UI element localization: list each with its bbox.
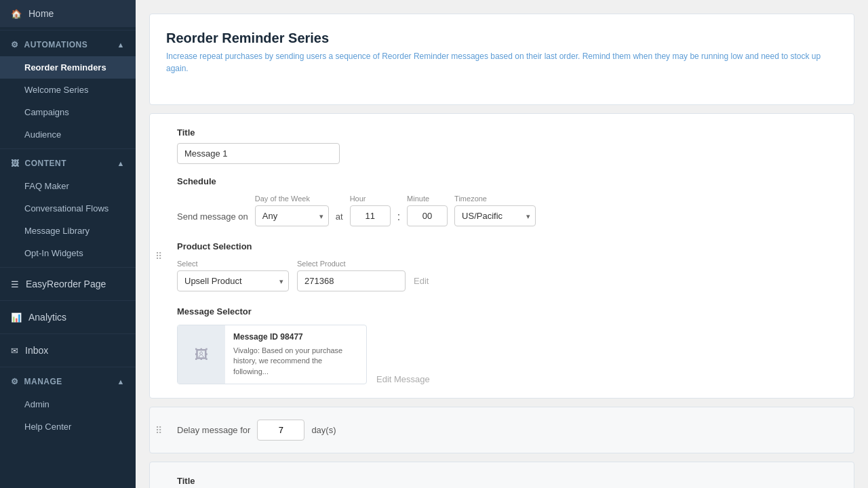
message-thumbnail: 🖼: [178, 325, 225, 384]
product-id-input[interactable]: [297, 270, 406, 291]
product-id-col: Select Product: [297, 260, 406, 291]
automations-section-label: AUTOMATIONS: [24, 40, 88, 49]
timezone-wrapper: US/Pacific US/Eastern US/Central US/Moun…: [454, 205, 536, 226]
page-title: Reorder Reminder Series: [166, 30, 837, 46]
minute-col: Minute: [407, 195, 448, 226]
sidebar-item-inbox[interactable]: ✉ Inbox: [0, 337, 136, 364]
sidebar-item-opt-in-widgets[interactable]: Opt-In Widgets: [0, 242, 136, 264]
message-block: ⠿ Title Schedule Send message on Day of …: [149, 113, 854, 399]
colon-separator: :: [397, 199, 400, 223]
second-title-inner: Title: [177, 476, 837, 488]
sidebar-section-manage[interactable]: ⚙ MANAGE ▲: [0, 370, 136, 393]
delay-block: ⠿ Delay message for day(s): [149, 407, 854, 453]
title-field-label: Title: [177, 127, 837, 138]
days-label: day(s): [311, 425, 336, 435]
sidebar-home-label: Home: [28, 8, 54, 19]
sidebar-easyreorder-label: EasyReorder Page: [26, 279, 106, 289]
manage-icon: ⚙: [11, 377, 19, 386]
hour-label: Hour: [350, 195, 391, 203]
main-content: Reorder Reminder Series Increase repeat …: [136, 0, 868, 488]
send-on-label: Send message on: [177, 199, 248, 222]
sidebar-item-message-library[interactable]: Message Library: [0, 220, 136, 242]
select-col: Select Upsell Product Last Ordered Produ…: [177, 260, 289, 291]
sidebar-item-help-center[interactable]: Help Center: [0, 415, 136, 438]
sidebar-analytics-label: Analytics: [28, 312, 66, 323]
message-card[interactable]: 🖼 Message ID 98477 Vivalgo: Based on you…: [177, 325, 367, 384]
message-selector-row: 🖼 Message ID 98477 Vivalgo: Based on you…: [177, 325, 837, 384]
hour-input[interactable]: [350, 205, 391, 226]
content-section-label: CONTENT: [25, 159, 67, 168]
minute-label: Minute: [407, 195, 448, 203]
timezone-select[interactable]: US/Pacific US/Eastern US/Central US/Moun…: [454, 205, 536, 226]
sidebar-item-analytics[interactable]: 📊 Analytics: [0, 304, 136, 331]
sidebar-divider-3: [0, 267, 136, 268]
inbox-icon: ✉: [11, 346, 18, 356]
message-block-inner: Title Schedule Send message on Day of th…: [177, 127, 837, 384]
manage-section-label: MANAGE: [24, 377, 62, 386]
sidebar-item-easyreorder[interactable]: ☰ EasyReorder Page: [0, 270, 136, 298]
content-chevron: ▲: [117, 159, 125, 167]
page-header-card: Reorder Reminder Series Increase repeat …: [149, 14, 854, 105]
product-type-select[interactable]: Upsell Product Last Ordered Product: [177, 270, 289, 291]
title-input[interactable]: [177, 143, 340, 164]
sidebar-divider-6: [0, 367, 136, 367]
delay-inner: Delay message for day(s): [177, 420, 336, 441]
drag-handle-message[interactable]: ⠿: [155, 251, 162, 262]
content-icon: 🖼: [11, 159, 20, 168]
select-product-label: Select Product: [297, 260, 406, 268]
delay-label: Delay message for: [177, 425, 250, 435]
at-label: at: [336, 199, 343, 222]
manage-chevron: ▲: [117, 378, 125, 386]
analytics-icon: 📊: [11, 312, 22, 323]
second-title-block: ⠿ Title: [149, 462, 854, 488]
sidebar-divider-2: [0, 148, 136, 149]
sidebar-item-campaigns[interactable]: Campaigns: [0, 101, 136, 123]
drag-handle-delay[interactable]: ⠿: [155, 425, 162, 436]
schedule-row: Send message on Day of the Week Any Mond…: [177, 195, 837, 226]
day-of-week-wrapper: Any Monday Tuesday Wednesday Thursday Fr…: [255, 205, 329, 226]
sidebar-divider-5: [0, 333, 136, 334]
second-title-label: Title: [177, 476, 837, 486]
sidebar-section-content[interactable]: 🖼 CONTENT ▲: [0, 152, 136, 175]
delay-input[interactable]: [257, 420, 304, 441]
select-label: Select: [177, 260, 289, 268]
home-icon: 🏠: [11, 9, 22, 19]
sidebar-divider-4: [0, 300, 136, 301]
sidebar-item-home[interactable]: 🏠 Home: [0, 0, 136, 27]
product-row: Select Upsell Product Last Ordered Produ…: [177, 260, 837, 291]
sidebar-item-welcome-series[interactable]: Welcome Series: [0, 79, 136, 101]
message-selector-label: Message Selector: [177, 306, 837, 317]
page-description: Increase repeat purchases by sending use…: [166, 50, 837, 75]
minute-input[interactable]: [407, 205, 448, 226]
message-preview: Vivalgo: Based on your purchase history,…: [233, 346, 358, 377]
day-of-week-col: Day of the Week Any Monday Tuesday Wedne…: [255, 195, 329, 226]
sidebar-item-faq-maker[interactable]: FAQ Maker: [0, 175, 136, 197]
sidebar-item-conversational-flows[interactable]: Conversational Flows: [0, 197, 136, 220]
edit-message-link[interactable]: Edit Message: [376, 370, 430, 384]
content-items: FAQ Maker Conversational Flows Message L…: [0, 175, 136, 264]
sidebar-inbox-label: Inbox: [25, 345, 48, 356]
sidebar-item-admin[interactable]: Admin: [0, 393, 136, 415]
manage-items: Admin Help Center: [0, 393, 136, 438]
hour-col: Hour: [350, 195, 391, 226]
sidebar-item-reorder-reminders[interactable]: Reorder Reminders: [0, 56, 136, 79]
sidebar-divider-1: [0, 30, 136, 30]
automations-chevron: ▲: [117, 41, 125, 49]
timezone-label: Timezone: [454, 195, 536, 203]
timezone-col: Timezone US/Pacific US/Eastern US/Centra…: [454, 195, 536, 226]
message-card-content: Message ID 98477 Vivalgo: Based on your …: [225, 325, 366, 384]
automations-items: Reorder Reminders Welcome Series Campaig…: [0, 56, 136, 146]
sidebar-item-audience[interactable]: Audience: [0, 123, 136, 146]
sidebar-section-automations[interactable]: ⚙ AUTOMATIONS ▲: [0, 33, 136, 56]
day-of-week-label: Day of the Week: [255, 195, 329, 203]
message-id: Message ID 98477: [233, 332, 358, 342]
sidebar: 🏠 Home ⚙ AUTOMATIONS ▲ Reorder Reminders…: [0, 0, 136, 488]
product-type-wrapper: Upsell Product Last Ordered Product: [177, 270, 289, 291]
easyreorder-icon: ☰: [11, 279, 19, 289]
product-edit-link[interactable]: Edit: [414, 276, 429, 291]
day-of-week-select[interactable]: Any Monday Tuesday Wednesday Thursday Fr…: [255, 205, 329, 226]
schedule-label: Schedule: [177, 176, 837, 186]
image-placeholder-icon: 🖼: [195, 347, 208, 363]
automations-icon: ⚙: [11, 40, 19, 49]
product-selection-label: Product Selection: [177, 241, 837, 251]
